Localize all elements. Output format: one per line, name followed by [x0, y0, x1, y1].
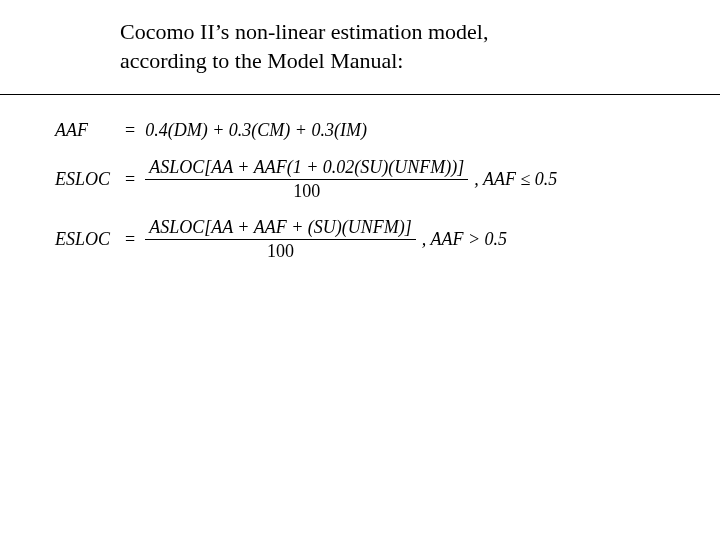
fraction-bar — [145, 179, 468, 180]
equals-sign: = — [119, 120, 145, 141]
equation-aaf: AAF = 0.4(DM) + 0.3(CM) + 0.3(IM) — [55, 120, 557, 141]
equations-block: AAF = 0.4(DM) + 0.3(CM) + 0.3(IM) ESLOC … — [55, 120, 557, 278]
fraction-bar — [145, 239, 416, 240]
equation-esloc-high: ESLOC = ASLOC[AA + AAF + (SU)(UNFM)] 100… — [55, 217, 557, 261]
esloc-low-lhs: ESLOC — [55, 169, 119, 190]
equation-esloc-low: ESLOC = ASLOC[AA + AAF(1 + 0.02(SU)(UNFM… — [55, 157, 557, 201]
esloc-high-denominator: 100 — [263, 241, 298, 262]
esloc-low-fraction: ASLOC[AA + AAF(1 + 0.02(SU)(UNFM))] 100 — [145, 157, 468, 201]
slide-heading: Cocomo II’s non-linear estimation model,… — [120, 18, 488, 75]
esloc-low-numerator: ASLOC[AA + AAF(1 + 0.02(SU)(UNFM))] — [145, 157, 468, 178]
horizontal-rule — [0, 94, 720, 95]
esloc-low-denominator: 100 — [289, 181, 324, 202]
equals-sign: = — [119, 169, 145, 190]
esloc-low-rhs: ASLOC[AA + AAF(1 + 0.02(SU)(UNFM))] 100 … — [145, 157, 557, 201]
slide: Cocomo II’s non-linear estimation model,… — [0, 0, 720, 540]
esloc-low-condition: , AAF ≤ 0.5 — [468, 169, 557, 190]
heading-line-2: according to the Model Manual: — [120, 47, 488, 76]
esloc-high-fraction: ASLOC[AA + AAF + (SU)(UNFM)] 100 — [145, 217, 416, 261]
esloc-high-numerator: ASLOC[AA + AAF + (SU)(UNFM)] — [145, 217, 416, 238]
heading-line-1: Cocomo II’s non-linear estimation model, — [120, 18, 488, 47]
esloc-high-lhs: ESLOC — [55, 229, 119, 250]
equals-sign: = — [119, 229, 145, 250]
aaf-rhs: 0.4(DM) + 0.3(CM) + 0.3(IM) — [145, 120, 367, 141]
aaf-lhs: AAF — [55, 120, 119, 141]
esloc-high-condition: , AAF > 0.5 — [416, 229, 507, 250]
esloc-high-rhs: ASLOC[AA + AAF + (SU)(UNFM)] 100 , AAF >… — [145, 217, 507, 261]
